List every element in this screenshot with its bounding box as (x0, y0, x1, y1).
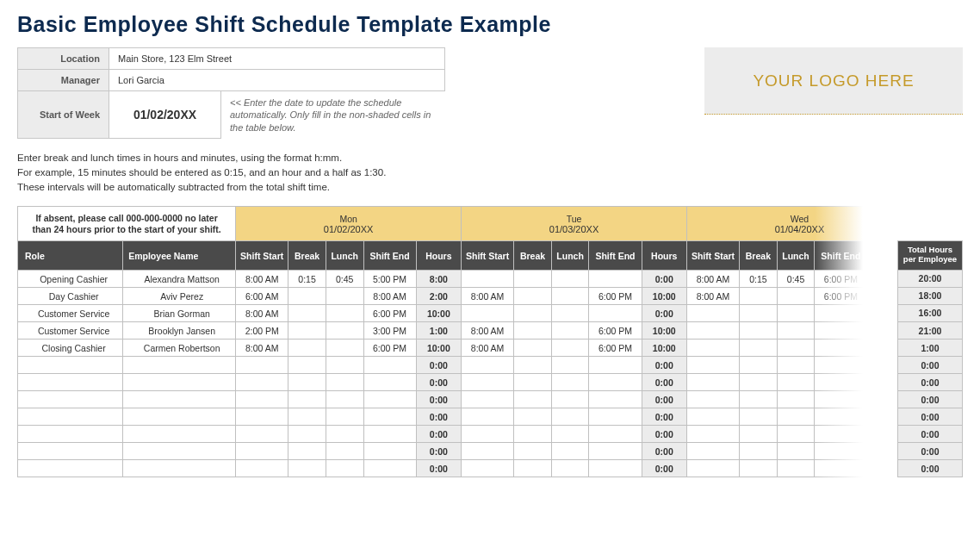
role-cell[interactable] (18, 391, 123, 408)
employee-cell[interactable]: Alexandra Mattson (123, 271, 236, 288)
shift-end-cell[interactable] (589, 460, 642, 477)
shift-end-cell[interactable] (589, 426, 642, 443)
employee-cell[interactable]: Brooklyn Jansen (123, 322, 236, 340)
shift-start-cell[interactable]: 2:00 PM (236, 322, 288, 340)
shift-start-cell[interactable] (462, 408, 514, 426)
lunch-cell[interactable] (326, 426, 363, 443)
role-cell[interactable]: Customer Service (18, 305, 123, 322)
shift-end-cell[interactable] (815, 305, 867, 322)
break-cell[interactable] (740, 460, 778, 477)
shift-start-cell[interactable]: 8:00 AM (236, 340, 288, 357)
lunch-cell[interactable] (777, 340, 815, 357)
role-cell[interactable]: Day Cashier (18, 288, 123, 305)
shift-start-cell[interactable] (686, 460, 739, 477)
break-cell[interactable] (514, 426, 552, 443)
role-cell[interactable] (18, 357, 123, 374)
lunch-cell[interactable] (326, 443, 363, 460)
manager-value[interactable]: Lori Garcia (109, 70, 445, 91)
break-cell[interactable] (288, 426, 326, 443)
lunch-cell[interactable] (551, 288, 589, 305)
shift-start-cell[interactable] (686, 374, 739, 391)
shift-start-cell[interactable] (462, 305, 514, 322)
employee-cell[interactable] (123, 357, 236, 374)
shift-start-cell[interactable]: 8:00 AM (236, 271, 288, 288)
employee-cell[interactable] (123, 391, 236, 408)
shift-start-cell[interactable] (462, 460, 514, 477)
lunch-cell[interactable] (551, 340, 589, 357)
break-cell[interactable] (288, 340, 326, 357)
shift-start-cell[interactable]: 8:00 AM (686, 271, 739, 288)
shift-start-cell[interactable] (686, 322, 739, 340)
break-cell[interactable] (514, 460, 552, 477)
shift-end-cell[interactable] (589, 305, 642, 322)
lunch-cell[interactable] (551, 305, 589, 322)
employee-cell[interactable] (123, 443, 236, 460)
shift-start-cell[interactable] (462, 443, 514, 460)
lunch-cell[interactable] (777, 374, 815, 391)
lunch-cell[interactable] (777, 426, 815, 443)
role-cell[interactable]: Opening Cashier (18, 271, 123, 288)
shift-end-cell[interactable] (363, 426, 416, 443)
lunch-cell[interactable] (551, 460, 589, 477)
break-cell[interactable] (288, 322, 326, 340)
lunch-cell[interactable] (326, 340, 363, 357)
role-cell[interactable] (18, 460, 123, 477)
lunch-cell[interactable] (326, 408, 363, 426)
lunch-cell[interactable] (551, 443, 589, 460)
shift-end-cell[interactable] (363, 374, 416, 391)
shift-end-cell[interactable]: 6:00 PM (589, 288, 642, 305)
shift-start-cell[interactable]: 8:00 AM (462, 322, 514, 340)
break-cell[interactable] (514, 288, 552, 305)
role-cell[interactable] (18, 426, 123, 443)
shift-end-cell[interactable] (815, 374, 867, 391)
lunch-cell[interactable] (777, 357, 815, 374)
shift-start-cell[interactable] (236, 374, 288, 391)
break-cell[interactable] (514, 305, 552, 322)
lunch-cell[interactable] (777, 305, 815, 322)
lunch-cell[interactable] (326, 391, 363, 408)
break-cell[interactable] (740, 305, 778, 322)
shift-start-cell[interactable] (462, 391, 514, 408)
lunch-cell[interactable] (326, 374, 363, 391)
break-cell[interactable]: 0:15 (740, 271, 778, 288)
shift-end-cell[interactable] (815, 391, 867, 408)
break-cell[interactable] (288, 408, 326, 426)
lunch-cell[interactable]: 0:45 (326, 271, 363, 288)
shift-start-cell[interactable] (686, 443, 739, 460)
shift-end-cell[interactable] (363, 460, 416, 477)
shift-end-cell[interactable] (363, 391, 416, 408)
break-cell[interactable] (514, 408, 552, 426)
shift-end-cell[interactable]: 3:00 PM (363, 322, 416, 340)
role-cell[interactable]: Customer Service (18, 322, 123, 340)
role-cell[interactable] (18, 408, 123, 426)
shift-start-cell[interactable] (462, 426, 514, 443)
shift-start-cell[interactable] (686, 426, 739, 443)
break-cell[interactable] (514, 340, 552, 357)
break-cell[interactable] (514, 391, 552, 408)
break-cell[interactable] (740, 340, 778, 357)
employee-cell[interactable] (123, 460, 236, 477)
break-cell[interactable] (740, 391, 778, 408)
shift-end-cell[interactable]: 6:00 PM (589, 340, 642, 357)
role-cell[interactable] (18, 374, 123, 391)
shift-end-cell[interactable] (589, 408, 642, 426)
break-cell[interactable]: 0:15 (288, 271, 326, 288)
shift-end-cell[interactable] (363, 443, 416, 460)
lunch-cell[interactable] (326, 322, 363, 340)
break-cell[interactable] (288, 374, 326, 391)
shift-end-cell[interactable]: 8:00 AM (363, 288, 416, 305)
shift-start-cell[interactable]: 8:00 AM (236, 305, 288, 322)
lunch-cell[interactable] (326, 460, 363, 477)
lunch-cell[interactable] (326, 305, 363, 322)
shift-start-cell[interactable] (686, 408, 739, 426)
lunch-cell[interactable] (326, 357, 363, 374)
break-cell[interactable] (288, 460, 326, 477)
shift-start-cell[interactable] (462, 271, 514, 288)
lunch-cell[interactable] (551, 374, 589, 391)
break-cell[interactable] (740, 288, 778, 305)
break-cell[interactable] (514, 374, 552, 391)
employee-cell[interactable]: Aviv Perez (123, 288, 236, 305)
shift-start-cell[interactable] (462, 357, 514, 374)
break-cell[interactable] (514, 443, 552, 460)
role-cell[interactable]: Closing Cashier (18, 340, 123, 357)
